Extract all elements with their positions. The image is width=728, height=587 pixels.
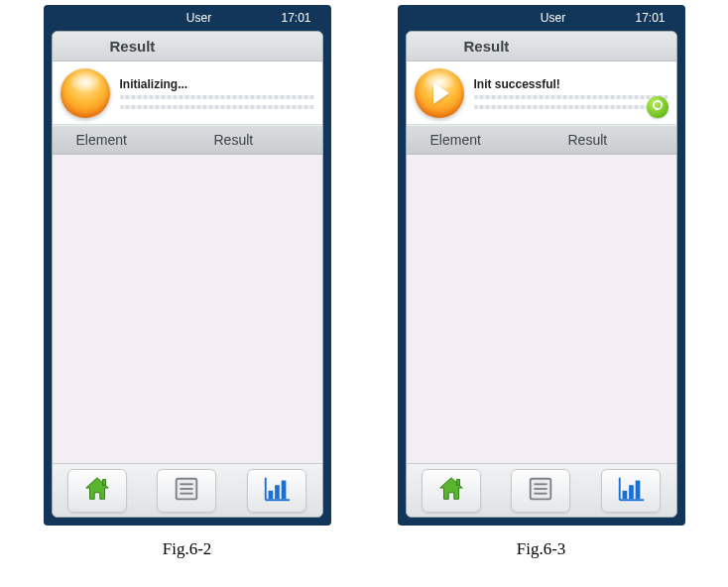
svg-rect-2	[102, 479, 105, 485]
table-header: Element Result	[407, 125, 676, 155]
status-user: User	[186, 11, 211, 25]
chart-button[interactable]	[601, 469, 661, 513]
svg-rect-23	[636, 480, 641, 499]
svg-rect-9	[269, 490, 274, 498]
home-icon	[81, 474, 113, 508]
refresh-button[interactable]	[647, 96, 668, 118]
svg-rect-14	[456, 479, 459, 485]
status-bar: User 17:01	[52, 5, 323, 31]
svg-rect-22	[629, 485, 634, 499]
orb-indicator	[61, 68, 110, 118]
page-title-bar: Result	[407, 32, 676, 61]
status-user: User	[541, 11, 565, 25]
status-text: Init successful!	[474, 77, 668, 91]
status-time: 17:01	[281, 11, 310, 25]
screen: Result Initializing... Element Result	[52, 31, 323, 518]
status-time: 17:01	[635, 11, 665, 25]
progress-line	[474, 95, 668, 99]
refresh-icon	[651, 98, 665, 116]
bottom-nav	[407, 463, 676, 517]
status-text: Initializing...	[120, 77, 314, 91]
list-button[interactable]	[511, 469, 570, 513]
device-frame: User 17:01 Result Init succe	[398, 5, 685, 526]
chart-button[interactable]	[247, 469, 306, 513]
svg-rect-11	[282, 480, 287, 499]
list-icon	[171, 474, 202, 508]
bar-chart-icon	[615, 474, 647, 508]
device-frame: User 17:01 Result Initializing...	[44, 5, 331, 526]
status-text-wrap: Init successful!	[474, 77, 668, 109]
svg-rect-10	[275, 485, 280, 499]
play-button[interactable]	[415, 68, 464, 118]
figure-caption: Fig.6-2	[163, 539, 212, 559]
table-body	[407, 155, 676, 463]
bar-chart-icon	[261, 474, 293, 508]
list-icon	[525, 474, 556, 508]
init-status-row: Init successful!	[407, 61, 676, 125]
page-title-bar: Result	[53, 32, 322, 61]
col-element: Element	[407, 132, 539, 148]
home-button[interactable]	[67, 469, 127, 513]
figure-1: User 17:01 Result Initializing...	[44, 5, 331, 559]
home-icon	[435, 474, 467, 508]
col-element: Element	[53, 132, 184, 148]
figure-caption: Fig.6-3	[517, 539, 566, 559]
figures-container: User 17:01 Result Initializing...	[0, 0, 728, 559]
progress-line	[120, 95, 314, 99]
play-icon	[433, 82, 449, 104]
table-header: Element Result	[53, 125, 322, 155]
col-result: Result	[539, 132, 676, 148]
page-title: Result	[110, 38, 156, 55]
figure-2: User 17:01 Result Init succe	[398, 5, 685, 559]
home-button[interactable]	[422, 469, 481, 513]
bottom-nav	[53, 463, 322, 517]
progress-line	[120, 105, 314, 109]
screen: Result Init successful!	[406, 31, 677, 518]
status-text-wrap: Initializing...	[120, 77, 314, 109]
table-body	[53, 155, 322, 463]
init-status-row: Initializing...	[53, 61, 322, 125]
status-bar: User 17:01	[406, 5, 677, 31]
col-result: Result	[184, 132, 322, 148]
svg-rect-21	[623, 490, 628, 498]
list-button[interactable]	[157, 469, 216, 513]
progress-line	[474, 105, 668, 109]
page-title: Result	[464, 38, 510, 55]
